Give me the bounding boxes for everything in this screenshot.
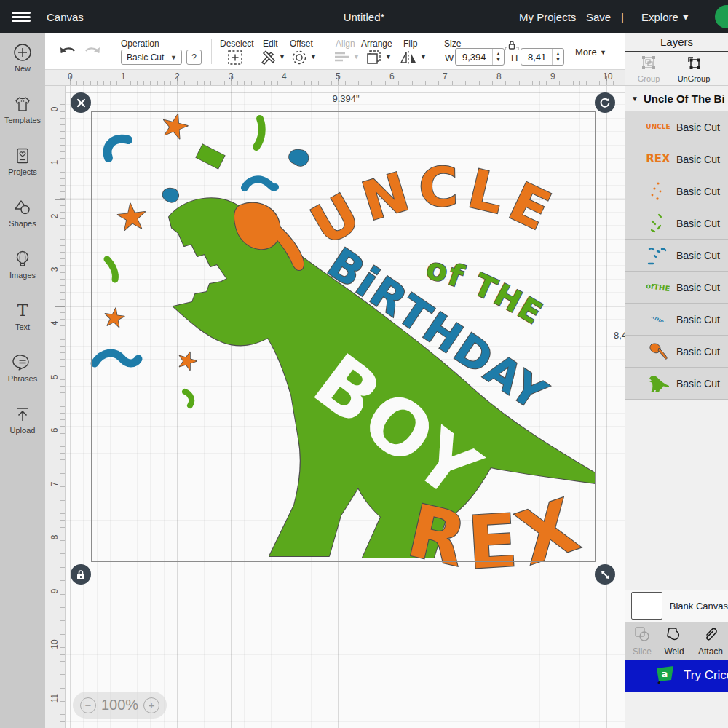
offset-icon[interactable] (291, 50, 307, 66)
height-input[interactable]: 8,41 ▲▼ (521, 48, 564, 66)
caret-down-icon[interactable]: ▼ (279, 53, 285, 60)
layer-operation: Basic Cut (676, 314, 720, 325)
layer-row-birthday[interactable]: BIRTHDAY Basic Cut (625, 303, 728, 335)
redo-icon[interactable] (83, 44, 102, 59)
caret-down-icon[interactable]: ▼ (310, 53, 317, 60)
more-button[interactable]: More (575, 47, 597, 58)
confetti-blue-dots[interactable] (162, 149, 308, 202)
my-projects-link[interactable]: My Projects (519, 0, 576, 33)
vertical-ruler: 0 1 2 3 4 5 6 7 8 9 10 11 (45, 86, 66, 728)
design-word-uncle[interactable]: UNCLE (301, 155, 566, 257)
sidebar-label: Templates (0, 116, 45, 124)
ruler-number: 2 (50, 211, 60, 221)
resize-selection-handle[interactable] (595, 564, 615, 585)
size-lock-icon[interactable] (504, 39, 520, 51)
caret-down-icon[interactable]: ▼ (600, 49, 606, 56)
project-card-icon (12, 146, 33, 166)
operation-select[interactable]: Basic Cut ▼ (121, 50, 182, 65)
save-button[interactable]: Save (586, 0, 611, 33)
layer-thumbnail: ofTHE (646, 284, 670, 291)
arrange-icon[interactable] (365, 49, 383, 66)
ruler-number: 5 (336, 71, 341, 82)
width-label: W (445, 52, 454, 63)
resize-icon (600, 569, 611, 580)
toolbar-divider (211, 39, 212, 64)
ruler-number: 4 (282, 71, 287, 82)
height-value[interactable]: 8,41 (521, 52, 552, 63)
operation-help-button[interactable]: ? (186, 50, 202, 65)
layer-thumbnail (647, 245, 669, 266)
zoom-level: 100% (101, 697, 138, 713)
layer-group-header[interactable]: ▼ Uncle Of The Bi (625, 86, 728, 111)
caret-down-icon[interactable]: ▼ (420, 53, 427, 60)
lock-icon (76, 569, 86, 580)
design-word-rex[interactable]: REX (400, 480, 598, 586)
explore-menu[interactable]: Explore (641, 0, 678, 33)
layer-row-uncle[interactable]: UNCLE Basic Cut (625, 111, 728, 143)
try-cricut-banner[interactable]: a Try Cricut (625, 660, 728, 692)
rotate-selection-handle[interactable] (595, 92, 615, 113)
sidebar-item-upload[interactable]: Upload (0, 404, 45, 451)
sidebar-label: Text (0, 323, 45, 331)
layer-row-of-the[interactable]: ofTHE Basic Cut (625, 271, 728, 303)
align-icon (333, 51, 351, 64)
attach-button[interactable]: Attach (694, 625, 727, 657)
height-stepper[interactable]: ▲▼ (552, 49, 563, 65)
toolbar-divider (325, 39, 325, 64)
weld-button[interactable]: Weld (657, 625, 691, 657)
layer-row-rex[interactable]: REX Basic Cut (625, 143, 728, 175)
layer-operation: Basic Cut (676, 346, 720, 357)
delete-selection-handle[interactable] (71, 92, 91, 113)
ungroup-button[interactable]: UnGroup (670, 55, 717, 83)
deselect-label: Deselect (220, 39, 254, 49)
flip-icon[interactable] (399, 50, 418, 66)
layer-row-confetti-blue[interactable]: Basic Cut (625, 239, 728, 271)
sidebar-item-images[interactable]: Images (0, 249, 45, 296)
chevron-down-icon[interactable]: ▾ (683, 0, 689, 33)
ruler-number: 0 (68, 71, 73, 82)
layer-row-sunglasses[interactable]: Basic Cut (625, 335, 728, 367)
undo-icon[interactable] (58, 44, 77, 59)
layer-row-confetti-orange[interactable]: Basic Cut (625, 175, 728, 207)
sidebar-item-projects[interactable]: Projects (0, 146, 45, 192)
hamburger-menu-icon[interactable] (12, 0, 33, 33)
step-down-icon: ▼ (555, 57, 561, 63)
group-button-label: Group (625, 74, 672, 83)
sidebar-item-shapes[interactable]: Shapes (0, 197, 45, 244)
topbar-separator: | (621, 0, 624, 33)
layer-operation: Basic Cut (676, 282, 720, 293)
edit-icon[interactable] (259, 50, 277, 66)
caret-down-icon[interactable]: ▼ (385, 53, 392, 60)
layer-operation: Basic Cut (676, 250, 720, 261)
arrange-label: Arrange (361, 39, 392, 49)
top-bar: Canvas Untitled* My Projects Save | Expl… (0, 0, 728, 33)
toolbar-divider (432, 39, 432, 64)
width-value[interactable]: 9,394 (456, 52, 492, 63)
rotate-icon (599, 97, 611, 108)
collapse-arrow-icon[interactable]: ▼ (631, 95, 638, 103)
layers-group-bar: Group UnGroup (625, 52, 728, 86)
account-indicator[interactable] (715, 5, 728, 28)
sidebar-item-text[interactable]: T Text (0, 301, 45, 347)
zoom-in-button[interactable]: + (143, 697, 159, 713)
zoom-out-button[interactable]: − (80, 697, 96, 713)
operation-label: Operation (121, 39, 159, 49)
blank-canvas-row[interactable]: Blank Canvas (625, 590, 728, 622)
document-title: Untitled* (0, 0, 728, 33)
sidebar-item-new[interactable]: New (0, 42, 45, 89)
ruler-number: 7 (443, 71, 448, 82)
sidebar-label: Images (0, 271, 45, 280)
layer-thumbnail (649, 213, 668, 234)
confetti-green-rect[interactable] (196, 144, 224, 168)
width-stepper[interactable]: ▲▼ (492, 49, 504, 65)
layer-row-dinosaur[interactable]: Basic Cut (625, 367, 728, 399)
sidebar-label: Upload (0, 426, 45, 435)
layer-row-confetti-green[interactable]: Basic Cut (625, 207, 728, 239)
deselect-icon[interactable] (227, 50, 243, 66)
lock-selection-handle[interactable] (71, 564, 91, 585)
sidebar-item-phrases[interactable]: Phrases (0, 352, 45, 399)
width-input[interactable]: 9,394 ▲▼ (455, 48, 505, 66)
layer-operation: Basic Cut (676, 378, 720, 389)
sidebar-item-templates[interactable]: Templates (0, 94, 45, 141)
ruler-number: 0 (50, 104, 60, 114)
